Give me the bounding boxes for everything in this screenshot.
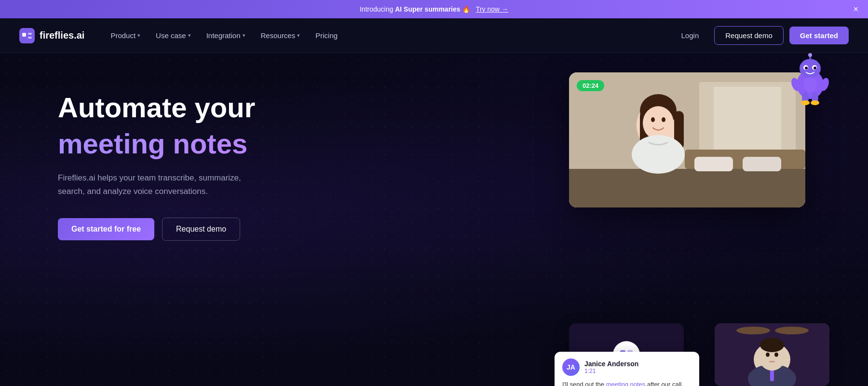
svg-point-45 [766, 353, 770, 357]
nav-links: Product ▾ Use case ▾ Integration ▾ Resou… [104, 28, 671, 43]
nav-label-resources: Resources [261, 31, 296, 40]
hero-heading-line1: Automate your [58, 92, 299, 124]
svg-point-18 [811, 100, 819, 105]
video-timer: 02:24 [577, 80, 604, 91]
nav-label-product: Product [110, 31, 136, 40]
nav-label-integration: Integration [206, 31, 241, 40]
main-video-panel: 02:24 [569, 72, 805, 207]
chevron-down-icon: ▾ [243, 32, 245, 39]
announcement-text: Introducing AI Super summaries 🔥 Try now… [360, 5, 508, 13]
svg-point-5 [800, 59, 821, 78]
chat-text-start: I'll send out the [562, 381, 606, 386]
svg-point-39 [775, 327, 809, 334]
nav-label-pricing: Pricing [315, 31, 338, 40]
svg-point-16 [803, 77, 817, 92]
announcement-bold: AI Super summaries [395, 5, 460, 13]
svg-point-38 [736, 327, 770, 334]
hero-content: Automate your meeting notes Fireflies.ai… [58, 82, 299, 241]
chat-avatar: JA [562, 358, 580, 376]
announcement-emoji: 🔥 [462, 5, 470, 13]
announcement-bar: Introducing AI Super summaries 🔥 Try now… [0, 0, 868, 18]
chat-name: Janice Anderson [584, 360, 638, 368]
announcement-cta[interactable]: Try now → [476, 5, 508, 13]
svg-rect-21 [714, 87, 781, 159]
svg-point-31 [651, 117, 655, 122]
svg-rect-25 [743, 157, 781, 171]
video-scene [569, 72, 805, 207]
nav-item-use-case[interactable]: Use case ▾ [149, 28, 198, 43]
get-started-button[interactable]: Get started [789, 27, 849, 44]
hero-heading: Automate your meeting notes [58, 92, 299, 160]
nav-actions: Login Request demo Get started [672, 26, 849, 45]
svg-rect-24 [694, 157, 733, 171]
chat-time: 1:21 [584, 368, 638, 374]
hero-cta-primary[interactable]: Get started for free [58, 218, 154, 240]
hero-section: Automate your meeting notes Fireflies.ai… [0, 53, 868, 386]
svg-point-8 [805, 67, 808, 69]
svg-rect-47 [769, 361, 775, 362]
svg-point-30 [643, 106, 674, 140]
navbar: fireflies.ai Product ▾ Use case ▾ Integr… [0, 18, 868, 53]
hero-heading-line2: meeting notes [58, 128, 299, 160]
logo[interactable]: fireflies.ai [19, 28, 84, 43]
svg-point-46 [774, 353, 778, 357]
logo-icon [19, 28, 35, 43]
secondary-video-panel [715, 323, 829, 386]
chevron-down-icon: ▾ [137, 32, 140, 39]
announcement-close-button[interactable]: × [853, 5, 858, 14]
chat-highlight-meeting-notes: meeting notes [606, 381, 646, 386]
nav-item-product[interactable]: Product ▾ [104, 28, 147, 43]
chevron-down-icon: ▾ [297, 32, 300, 39]
svg-point-32 [662, 117, 665, 122]
nav-label-use-case: Use case [156, 31, 186, 40]
login-button[interactable]: Login [672, 28, 709, 43]
svg-point-17 [801, 100, 810, 105]
hero-subtext: Fireflies.ai helps your team transcribe,… [58, 171, 251, 198]
svg-point-44 [760, 338, 784, 352]
svg-rect-0 [19, 28, 35, 43]
chat-message: I'll send out the meeting notes after ou… [562, 380, 692, 386]
svg-point-9 [814, 67, 816, 69]
svg-rect-3 [28, 37, 32, 39]
svg-rect-23 [569, 169, 805, 207]
robot-mascot [786, 53, 834, 106]
logo-text: fireflies.ai [40, 30, 84, 41]
svg-rect-1 [22, 33, 26, 37]
svg-point-11 [808, 53, 812, 57]
svg-point-33 [632, 135, 685, 174]
announcement-prefix: Introducing [360, 5, 395, 13]
hero-video-section: 02:24 JA Janice Anderson 1:21 I'll send … [569, 58, 829, 386]
nav-item-integration[interactable]: Integration ▾ [200, 28, 252, 43]
nav-item-resources[interactable]: Resources ▾ [254, 28, 307, 43]
hero-cta-secondary[interactable]: Request demo [162, 218, 240, 241]
svg-rect-2 [28, 33, 32, 35]
nav-item-pricing[interactable]: Pricing [309, 28, 344, 43]
man-video-bg [715, 323, 829, 386]
chat-bubble-header: JA Janice Anderson 1:21 [562, 358, 692, 376]
hero-buttons: Get started for free Request demo [58, 218, 299, 241]
chat-bubble: JA Janice Anderson 1:21 I'll send out th… [555, 352, 699, 386]
chevron-down-icon: ▾ [188, 32, 191, 39]
request-demo-button[interactable]: Request demo [714, 26, 784, 45]
video-background [569, 72, 805, 207]
man-silhouette [715, 323, 829, 386]
